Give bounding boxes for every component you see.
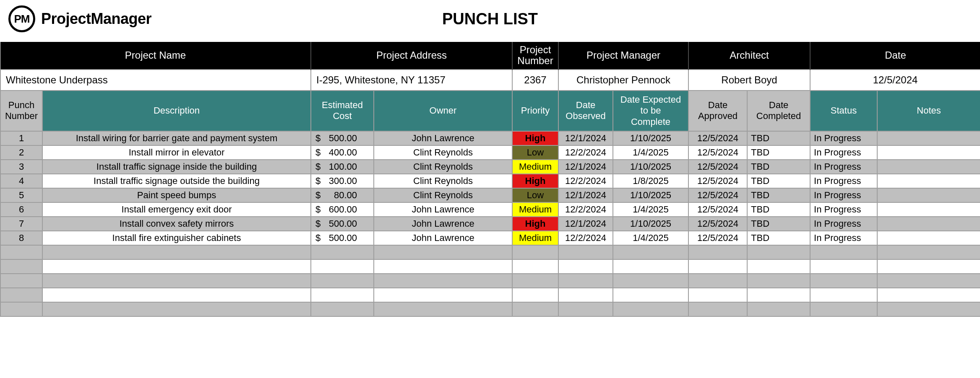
cell-description[interactable]: Install traffic signage outside the buil… bbox=[42, 174, 311, 188]
cell-empty[interactable] bbox=[512, 274, 558, 288]
cell-empty[interactable] bbox=[688, 245, 747, 259]
cell-empty[interactable] bbox=[0, 245, 42, 259]
cell-empty[interactable] bbox=[512, 302, 558, 316]
cell-empty[interactable] bbox=[613, 245, 688, 259]
cell-empty[interactable] bbox=[810, 245, 877, 259]
cell-empty[interactable] bbox=[512, 259, 558, 274]
value-architect[interactable]: Robert Boyd bbox=[688, 70, 810, 91]
cell-empty[interactable] bbox=[877, 274, 980, 288]
cell-date-observed[interactable]: 12/1/2024 bbox=[558, 217, 613, 231]
cell-owner[interactable]: Clint Reynolds bbox=[374, 188, 512, 202]
cell-empty[interactable] bbox=[42, 274, 311, 288]
cell-empty[interactable] bbox=[512, 288, 558, 302]
cell-notes[interactable] bbox=[877, 202, 980, 217]
cell-date-expected[interactable]: 1/8/2025 bbox=[613, 174, 688, 188]
cell-empty[interactable] bbox=[311, 245, 374, 259]
cell-date-observed[interactable]: 12/2/2024 bbox=[558, 231, 613, 245]
cell-empty[interactable] bbox=[558, 288, 613, 302]
cell-date-approved[interactable]: 12/5/2024 bbox=[688, 160, 747, 174]
cell-empty[interactable] bbox=[810, 274, 877, 288]
cell-date-completed[interactable]: TBD bbox=[747, 231, 810, 245]
cell-description[interactable]: Install wiring for barrier gate and paym… bbox=[42, 131, 311, 145]
cell-empty[interactable] bbox=[374, 245, 512, 259]
cell-empty[interactable] bbox=[747, 302, 810, 316]
cell-punch-number[interactable]: 6 bbox=[0, 202, 42, 217]
cell-date-approved[interactable]: 12/5/2024 bbox=[688, 188, 747, 202]
cell-notes[interactable] bbox=[877, 217, 980, 231]
cell-empty[interactable] bbox=[877, 288, 980, 302]
cell-date-completed[interactable]: TBD bbox=[747, 217, 810, 231]
cell-notes[interactable] bbox=[877, 188, 980, 202]
cell-empty[interactable] bbox=[688, 274, 747, 288]
cell-empty[interactable] bbox=[0, 288, 42, 302]
cell-empty[interactable] bbox=[311, 274, 374, 288]
cell-priority[interactable]: Medium bbox=[512, 202, 558, 217]
cell-date-completed[interactable]: TBD bbox=[747, 145, 810, 160]
value-project-number[interactable]: 2367 bbox=[512, 70, 558, 91]
cell-estimated-cost[interactable]: $600.00 bbox=[311, 202, 374, 217]
cell-notes[interactable] bbox=[877, 231, 980, 245]
cell-empty[interactable] bbox=[558, 259, 613, 274]
cell-status[interactable]: In Progress bbox=[810, 160, 877, 174]
cell-empty[interactable] bbox=[688, 259, 747, 274]
cell-empty[interactable] bbox=[747, 288, 810, 302]
cell-date-completed[interactable]: TBD bbox=[747, 202, 810, 217]
cell-empty[interactable] bbox=[374, 259, 512, 274]
cell-description[interactable]: Paint speed bumps bbox=[42, 188, 311, 202]
cell-status[interactable]: In Progress bbox=[810, 131, 877, 145]
cell-description[interactable]: Install convex safety mirrors bbox=[42, 217, 311, 231]
cell-date-observed[interactable]: 12/2/2024 bbox=[558, 145, 613, 160]
cell-estimated-cost[interactable]: $80.00 bbox=[311, 188, 374, 202]
cell-punch-number[interactable]: 3 bbox=[0, 160, 42, 174]
cell-empty[interactable] bbox=[311, 259, 374, 274]
cell-date-expected[interactable]: 1/4/2025 bbox=[613, 231, 688, 245]
cell-date-expected[interactable]: 1/10/2025 bbox=[613, 131, 688, 145]
cell-description[interactable]: Install mirror in elevator bbox=[42, 145, 311, 160]
cell-owner[interactable]: John Lawrence bbox=[374, 202, 512, 217]
cell-punch-number[interactable]: 1 bbox=[0, 131, 42, 145]
cell-empty[interactable] bbox=[558, 274, 613, 288]
cell-estimated-cost[interactable]: $500.00 bbox=[311, 231, 374, 245]
cell-empty[interactable] bbox=[810, 302, 877, 316]
cell-date-approved[interactable]: 12/5/2024 bbox=[688, 145, 747, 160]
cell-owner[interactable]: John Lawrence bbox=[374, 131, 512, 145]
cell-empty[interactable] bbox=[311, 302, 374, 316]
cell-estimated-cost[interactable]: $500.00 bbox=[311, 217, 374, 231]
cell-status[interactable]: In Progress bbox=[810, 188, 877, 202]
cell-notes[interactable] bbox=[877, 131, 980, 145]
cell-status[interactable]: In Progress bbox=[810, 231, 877, 245]
cell-date-expected[interactable]: 1/10/2025 bbox=[613, 217, 688, 231]
cell-date-observed[interactable]: 12/1/2024 bbox=[558, 188, 613, 202]
cell-empty[interactable] bbox=[558, 245, 613, 259]
cell-owner[interactable]: John Lawrence bbox=[374, 217, 512, 231]
cell-date-expected[interactable]: 1/4/2025 bbox=[613, 202, 688, 217]
cell-punch-number[interactable]: 4 bbox=[0, 174, 42, 188]
cell-priority[interactable]: Low bbox=[512, 145, 558, 160]
cell-punch-number[interactable]: 2 bbox=[0, 145, 42, 160]
cell-empty[interactable] bbox=[613, 302, 688, 316]
cell-empty[interactable] bbox=[613, 274, 688, 288]
cell-empty[interactable] bbox=[877, 245, 980, 259]
cell-date-completed[interactable]: TBD bbox=[747, 160, 810, 174]
value-date[interactable]: 12/5/2024 bbox=[810, 70, 980, 91]
cell-priority[interactable]: High bbox=[512, 131, 558, 145]
cell-priority[interactable]: High bbox=[512, 174, 558, 188]
cell-priority[interactable]: Medium bbox=[512, 160, 558, 174]
cell-date-completed[interactable]: TBD bbox=[747, 131, 810, 145]
cell-empty[interactable] bbox=[747, 259, 810, 274]
cell-empty[interactable] bbox=[42, 245, 311, 259]
cell-punch-number[interactable]: 8 bbox=[0, 231, 42, 245]
cell-date-observed[interactable]: 12/2/2024 bbox=[558, 174, 613, 188]
cell-empty[interactable] bbox=[0, 302, 42, 316]
cell-empty[interactable] bbox=[0, 259, 42, 274]
cell-date-approved[interactable]: 12/5/2024 bbox=[688, 231, 747, 245]
value-project-manager[interactable]: Christopher Pennock bbox=[558, 70, 688, 91]
cell-empty[interactable] bbox=[747, 245, 810, 259]
cell-empty[interactable] bbox=[688, 302, 747, 316]
cell-empty[interactable] bbox=[810, 259, 877, 274]
cell-empty[interactable] bbox=[688, 288, 747, 302]
cell-description[interactable]: Install emergency exit door bbox=[42, 202, 311, 217]
cell-date-observed[interactable]: 12/1/2024 bbox=[558, 160, 613, 174]
cell-notes[interactable] bbox=[877, 145, 980, 160]
cell-status[interactable]: In Progress bbox=[810, 202, 877, 217]
